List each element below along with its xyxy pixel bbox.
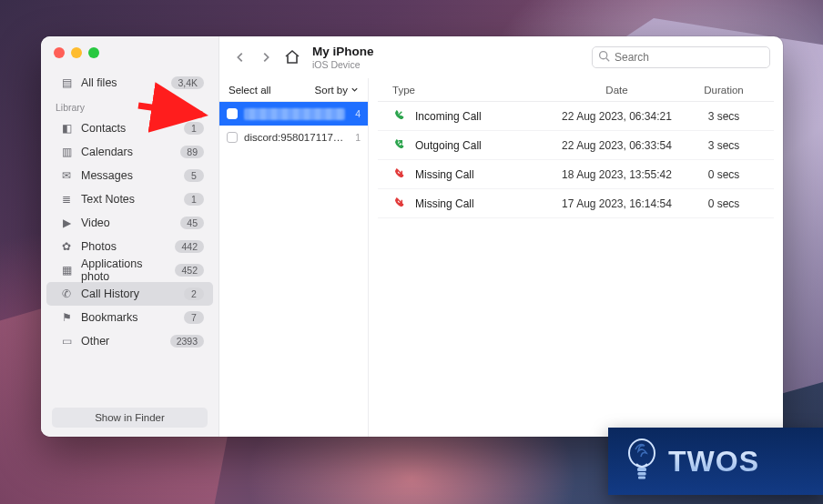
count-badge: 45 [180,217,204,229]
col-date[interactable]: Date [560,85,674,96]
video-icon: ▶ [59,217,74,229]
lightbulb-icon [623,437,661,486]
sidebar-item-bookmarks[interactable]: ⚑Bookmarks7 [46,306,213,329]
contact-count: 4 [351,108,361,119]
call-history-icon: ✆ [59,287,74,300]
count-badge: 1 [184,193,204,206]
checkbox[interactable] [227,132,238,143]
messages-icon: ✉ [59,169,74,182]
select-all-toggle[interactable]: Select all [229,85,271,96]
search-icon [598,49,610,66]
checkbox[interactable] [227,108,238,119]
contact-row[interactable]: 4 [219,102,368,126]
contact-row[interactable]: discord:95801711724 7...1 [219,126,368,149]
contact-name: discord:95801711724 7... [244,132,345,143]
sidebar-section-label: Library [41,95,218,116]
call-duration: 0 secs [674,168,774,181]
sidebar-item-photos[interactable]: ✿Photos442 [46,235,213,258]
contacts-icon: ◧ [59,122,74,135]
missed-call-icon [392,196,406,212]
page-subtitle: iOS Device [312,59,374,70]
call-duration: 0 secs [674,197,774,210]
sidebar-item-contacts[interactable]: ◧Contacts1 [46,116,213,140]
svg-line-1 [606,58,609,61]
sidebar-item-label: Bookmarks [81,311,177,324]
svg-rect-5 [638,472,646,476]
sidebar-footer: Show in Finder [41,398,218,437]
count-badge: 3,4K [171,76,204,89]
nav-back-button[interactable] [232,49,249,66]
call-date: 17 Aug 2023, 16:14:54 [560,197,674,210]
count-badge: 7 [184,311,204,324]
call-date: 22 Aug 2023, 06:34:21 [560,110,674,123]
sidebar-item-other[interactable]: ▭Other2393 [46,329,213,353]
app-photo-icon: ▦ [59,264,74,277]
col-duration[interactable]: Duration [674,85,774,96]
count-badge: 452 [175,264,204,277]
sidebar-item-calendars[interactable]: ▥Calendars89 [46,140,213,164]
missed-call-icon [392,166,406,183]
sidebar-item-call-history[interactable]: ✆Call History2 [46,282,213,306]
call-date: 22 Aug 2023, 06:33:54 [560,139,674,152]
nav-forward-button[interactable] [258,49,274,66]
sidebar-item-all-files[interactable]: ▤ All files 3,4K [46,71,213,95]
stack-icon: ▤ [59,76,74,89]
table-row[interactable]: Missing Call17 Aug 2023, 16:14:540 secs [378,189,774,218]
page-title: My iPhone [312,45,374,59]
sidebar-item-label: Video [81,217,173,229]
sidebar-item-label: Messages [81,169,177,182]
count-badge: 89 [180,146,204,158]
home-icon[interactable] [283,48,301,66]
window-controls [41,45,218,71]
sidebar-item-label: Other [81,335,163,348]
photos-icon: ✿ [59,240,74,253]
contacts-header: Select all Sort by [219,78,368,102]
search-field[interactable] [592,46,770,68]
minimize-window-button[interactable] [71,47,82,58]
call-duration: 3 secs [674,139,774,152]
sidebar-item-applications-photo[interactable]: ▦Applications photo452 [46,258,213,282]
call-date: 18 Aug 2023, 13:55:42 [560,168,674,181]
app-window: ▤ All files 3,4K Library ◧Contacts1▥Cale… [41,36,783,437]
calls-table: Type Date Duration Incoming Call22 Aug 2… [369,78,783,437]
maximize-window-button[interactable] [88,47,99,58]
sidebar-item-label: Applications photo [81,257,168,283]
close-window-button[interactable] [54,47,65,58]
sidebar: ▤ All files 3,4K Library ◧Contacts1▥Cale… [41,36,219,437]
other-icon: ▭ [59,335,74,348]
incoming-call-icon [392,108,406,125]
search-input[interactable] [615,51,764,64]
sidebar-item-messages[interactable]: ✉Messages5 [46,164,213,187]
table-row[interactable]: Incoming Call22 Aug 2023, 06:34:213 secs [378,102,774,131]
main-panel: My iPhone iOS Device Select all Sort by [219,36,783,437]
count-badge: 5 [184,169,204,182]
call-type: Outgoing Call [415,139,482,152]
svg-rect-4 [637,468,646,471]
outgoing-call-icon [392,137,406,154]
calendars-icon: ▥ [59,146,74,158]
count-badge: 2 [184,287,204,300]
breadcrumb: My iPhone iOS Device [312,45,374,70]
sidebar-item-label: Calendars [81,146,173,158]
contact-name-redacted [244,108,345,120]
sidebar-item-label: Photos [81,240,168,253]
sort-by-dropdown[interactable]: Sort by [315,85,359,96]
call-type: Incoming Call [415,110,482,123]
count-badge: 2393 [170,335,204,348]
chevron-down-icon [351,86,359,94]
contact-count: 1 [351,132,361,143]
table-header: Type Date Duration [378,78,774,102]
count-badge: 1 [184,122,204,135]
sidebar-item-label: Text Notes [81,193,177,206]
col-type[interactable]: Type [378,85,560,96]
sort-by-label: Sort by [315,85,348,96]
sidebar-item-label: Call History [81,287,177,300]
table-row[interactable]: Missing Call18 Aug 2023, 13:55:420 secs [378,160,774,189]
table-row[interactable]: Outgoing Call22 Aug 2023, 06:33:543 secs [378,131,774,160]
sidebar-item-text-notes[interactable]: ≣Text Notes1 [46,187,213,211]
svg-rect-6 [638,477,645,479]
show-in-finder-button[interactable]: Show in Finder [52,408,208,428]
sidebar-item-video[interactable]: ▶Video45 [46,211,213,235]
twos-watermark: TWOS [608,428,823,495]
contacts-column: Select all Sort by 4discord:95801711724 … [219,78,369,437]
